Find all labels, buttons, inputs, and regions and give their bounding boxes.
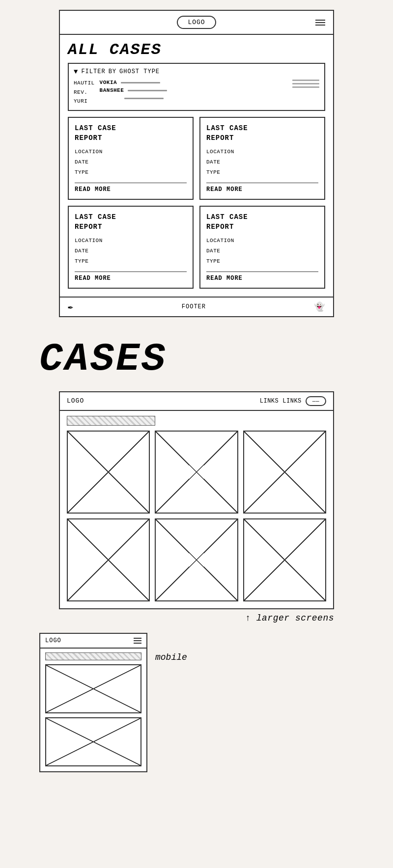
wireframe-1: LOGO ALL CASES ▼ FILTER BY GHOST TYPE HA… [59,10,334,317]
wf3-image-grid [40,664,146,771]
nav-link-1[interactable]: LINKS [260,398,279,405]
card-4: LAST CASEREPORT LOCATIONDATETYPE READ MO… [199,206,325,289]
image-placeholder-2 [155,431,238,514]
card-title: LAST CASEREPORT [206,213,318,232]
wf2-header: LOGO LINKS LINKS —— [60,392,333,411]
larger-screens-note: larger screens [245,613,334,623]
image-placeholder-1 [67,431,150,514]
footer-left-icon: ✒ [68,301,74,312]
filter-stacked-lines [292,79,319,106]
image-placeholder-6 [243,518,326,601]
wf3-logo: LOGO [45,637,61,644]
read-more-link[interactable]: READ MORE [206,183,318,193]
footer: ✒ FOOTER 👻 [60,297,333,316]
filter-line-1 [121,82,160,83]
filter-name-1: VOKIA [100,80,117,85]
image-placeholder-5 [155,518,238,601]
filter-name-2: BANSHEE [100,87,124,93]
filter-items-right: VOKIA BANSHEE [100,79,168,106]
card-1: LAST CASEREPORT LOCATIONDATETYPE READ MO… [68,117,194,200]
wireframe-2-larger: LOGO LINKS LINKS —— [59,391,334,610]
page-title: ALL CASES [60,35,333,63]
card-meta: LOCATIONDATETYPE [206,147,318,178]
card-title: LAST CASEREPORT [206,124,318,143]
wf3-search-bar[interactable] [45,652,141,660]
nav-pill[interactable]: —— [306,396,326,406]
card-meta: LOCATIONDATETYPE [75,147,187,178]
card-title: LAST CASEREPORT [75,213,187,232]
card-title: LAST CASEREPORT [75,124,187,143]
wf3-header: LOGO [40,634,146,649]
wireframe-3-mobile: LOGO [39,633,147,772]
filter-name-3 [100,95,121,101]
filter-items-left: HAUTILREV.YURI [74,79,95,106]
card-3: LAST CASEREPORT LOCATIONDATETYPE READ MO… [68,206,194,289]
read-more-link[interactable]: READ MORE [206,271,318,282]
wf2-nav: LINKS LINKS —— [260,396,326,406]
wf3-hamburger-icon[interactable] [134,638,141,644]
wf2-logo: LOGO [67,397,84,405]
read-more-link[interactable]: READ MORE [75,183,187,193]
card-2: LAST CASEREPORT LOCATIONDATETYPE READ MO… [199,117,325,200]
footer-label: FOOTER [182,303,206,310]
filter-by: BY [109,68,116,75]
mobile-label: mobile [155,652,187,662]
filter-bar: ▼ FILTER BY GHOST TYPE HAUTILREV.YURI VO… [68,63,325,111]
wf2-search-bar[interactable] [67,416,155,426]
filter-type: GHOST TYPE [119,68,160,75]
filter-icon: ▼ [74,68,78,76]
nav-link-2[interactable]: LINKS [282,398,302,405]
filter-label: FILTER [81,68,105,75]
filter-line-2 [128,90,167,91]
wf1-menu-icon[interactable] [315,20,325,26]
footer-right-icon: 👻 [314,301,325,312]
mobile-image-2 [45,717,141,766]
wf1-header: LOGO [60,11,333,35]
cards-grid: LAST CASEREPORT LOCATIONDATETYPE READ MO… [60,117,333,297]
mobile-section: LOGO mobile [39,633,187,772]
image-placeholder-3 [243,431,326,514]
filter-rows: HAUTILREV.YURI VOKIA BANSHEE [74,79,319,106]
mobile-image-1 [45,664,141,713]
image-placeholder-4 [67,518,150,601]
read-more-link[interactable]: READ MORE [75,271,187,282]
card-meta: LOCATIONDATETYPE [206,236,318,267]
wf2-image-grid [60,431,333,609]
filter-line-3 [124,98,164,99]
wf1-logo: LOGO [177,16,216,29]
filter-header: ▼ FILTER BY GHOST TYPE [74,68,319,76]
cases-section-label: CASES [39,337,167,381]
card-meta: LOCATIONDATETYPE [75,236,187,267]
